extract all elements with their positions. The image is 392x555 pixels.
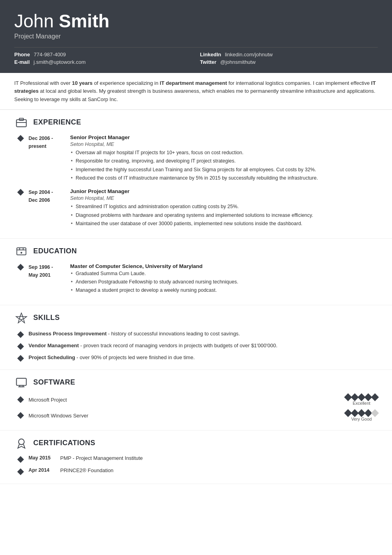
last-name: Smith xyxy=(59,11,110,31)
twitter-contact: Twitter @johnsmithutw xyxy=(200,59,378,65)
education-section: EDUCATION Sep 1996 -May 2001 Master of C… xyxy=(0,239,392,305)
software-section: SOFTWARE Microsoft Project Excellent xyxy=(0,370,392,431)
exp-bullet-item: Streamlined IT logistics and administrat… xyxy=(70,203,378,211)
experience-icon xyxy=(14,115,29,130)
software-bullet-1 xyxy=(18,396,23,404)
education-title: EDUCATION xyxy=(33,247,77,255)
software-icon xyxy=(14,375,29,390)
svg-point-8 xyxy=(19,439,24,444)
resume-container: John Smith Project Manager Phone 774-987… xyxy=(0,0,392,555)
skill-bullet-3 xyxy=(18,355,23,362)
cert-bullet-2 xyxy=(18,469,23,476)
rating-dots-2 xyxy=(345,410,378,416)
cert-date-2: Apr 2014 xyxy=(29,467,60,473)
edu-bullets-1: Graduated Summa Cum Laude. Andersen Post… xyxy=(70,270,378,295)
exp-date-2: Sep 2004 -Dec 2006 xyxy=(29,188,70,228)
education-icon xyxy=(14,244,29,258)
exp-bullet-item: Responsible for creating, improving, and… xyxy=(70,157,378,165)
phone-label: Phone xyxy=(14,52,30,57)
exp-bullet-item: Reduced the costs of IT infrastructure m… xyxy=(70,174,378,182)
contact-info: Phone 774-987-4009 LinkedIn linkedin.com… xyxy=(14,52,378,65)
edu-date-1: Sep 1996 -May 2001 xyxy=(29,263,70,295)
exp-bullet-item: Implemented the highly successful Lean T… xyxy=(70,166,378,174)
skills-header: SKILLS xyxy=(14,311,378,325)
exp-bullet-item: Diagnosed problems with hardware and ope… xyxy=(70,212,378,219)
exp-bullet-item: Maintained the user database of over 300… xyxy=(70,220,378,228)
phone-contact: Phone 774-987-4009 xyxy=(14,52,192,57)
exp-content-2: Junior Project Manager Seton Hospital, M… xyxy=(70,188,378,228)
email-contact: E-mail j.smith@uptowork.com xyxy=(14,59,192,65)
software-bullet-2 xyxy=(18,412,23,419)
skill-name-1: Business Process Improvement xyxy=(29,331,107,337)
dot-5 xyxy=(371,393,379,401)
software-name-2: Microsoft Windows Server xyxy=(29,413,345,419)
software-rating-1: Excellent xyxy=(345,394,378,406)
edu-bullet-item: Managed a student project to develop a w… xyxy=(70,287,378,294)
summary-section: IT Professional with over 10 years of ex… xyxy=(0,73,392,110)
skill-entry-1: Business Process Improvement - history o… xyxy=(14,330,378,339)
software-entry-2: Microsoft Windows Server Very Good xyxy=(14,410,378,421)
email-label: E-mail xyxy=(14,59,30,65)
exp-job-title-1: Senior Project Manager xyxy=(70,134,378,140)
skill-bullet-1 xyxy=(18,331,23,339)
exp-date-1: Dec 2006 -present xyxy=(29,134,70,183)
cert-entry-2: Apr 2014 PRINCE2® Foundation xyxy=(14,467,378,476)
exp-bullet-1 xyxy=(18,135,23,183)
cert-name-1: PMP - Project Management Institute xyxy=(60,455,143,461)
experience-title: EXPERIENCE xyxy=(33,118,81,126)
summary-text: IT Professional with over 10 years of ex… xyxy=(14,79,378,104)
exp-content-1: Senior Project Manager Seton Hospital, M… xyxy=(70,134,378,183)
header-divider xyxy=(14,47,378,48)
certifications-title: CERTIFICATIONS xyxy=(33,439,95,447)
edu-content-1: Master of Computer Science, University o… xyxy=(70,263,378,295)
certifications-header: CERTIFICATIONS xyxy=(14,436,378,450)
first-name: John xyxy=(14,11,54,31)
certifications-section: CERTIFICATIONS May 2015 PMP - Project Ma… xyxy=(0,431,392,484)
skills-icon xyxy=(14,311,29,325)
svg-point-4 xyxy=(20,316,23,320)
exp-bullets-1: Oversaw all major hospital IT projects f… xyxy=(70,149,378,182)
software-rating-2: Very Good xyxy=(345,410,378,421)
skills-section: SKILLS Business Process Improvement - hi… xyxy=(0,305,392,370)
linkedin-label: LinkedIn xyxy=(200,52,221,57)
rating-label-1: Excellent xyxy=(353,401,371,406)
exp-bullet-item: Oversaw all major hospital IT projects f… xyxy=(70,149,378,157)
software-entry-1: Microsoft Project Excellent xyxy=(14,394,378,406)
cert-date-1: May 2015 xyxy=(29,455,60,461)
certifications-icon xyxy=(14,436,29,450)
candidate-title: Project Manager xyxy=(14,33,378,40)
skill-bullet-2 xyxy=(18,343,23,350)
edu-bullet-item: Andersen Postgraduate Fellowship to stud… xyxy=(70,278,378,286)
skills-title: SKILLS xyxy=(33,314,60,322)
edu-bullet-item: Graduated Summa Cum Laude. xyxy=(70,270,378,278)
skill-text-1: Business Process Improvement - history o… xyxy=(29,330,240,338)
cert-entry-1: May 2015 PMP - Project Management Instit… xyxy=(14,455,378,463)
email-value: j.smith@uptowork.com xyxy=(34,59,86,65)
skill-entry-2: Vendor Management - proven track record … xyxy=(14,342,378,350)
phone-value: 774-987-4009 xyxy=(34,52,66,57)
cert-name-2: PRINCE2® Foundation xyxy=(60,467,114,473)
software-header: SOFTWARE xyxy=(14,375,378,390)
skill-text-3: Project Scheduling - over 90% of project… xyxy=(29,354,195,362)
svg-rect-5 xyxy=(17,378,27,385)
rating-label-2: Very Good xyxy=(351,417,372,421)
svg-rect-3 xyxy=(17,248,26,255)
exp-job-title-2: Junior Project Manager xyxy=(70,188,378,194)
candidate-name: John Smith xyxy=(14,11,378,31)
skill-entry-3: Project Scheduling - over 90% of project… xyxy=(14,354,378,362)
twitter-value: @johnsmithutw xyxy=(220,59,255,65)
exp-entry-1: Dec 2006 -present Senior Project Manager… xyxy=(14,134,378,183)
software-title: SOFTWARE xyxy=(33,378,75,387)
edu-degree-1: Master of Computer Science, University o… xyxy=(70,263,378,269)
dot-5-empty xyxy=(371,409,379,417)
linkedin-value: linkedin.com/johnutw xyxy=(225,52,273,57)
experience-section: EXPERIENCE Dec 2006 -present Senior Proj… xyxy=(0,110,392,239)
rating-dots-1 xyxy=(345,394,378,400)
edu-bullet-1 xyxy=(18,264,23,295)
skill-text-2: Vendor Management - proven track record … xyxy=(29,342,278,350)
exp-company-1: Seton Hospital, ME xyxy=(70,141,378,147)
cert-bullet-1 xyxy=(18,456,23,463)
exp-bullet-2 xyxy=(18,189,23,228)
linkedin-contact: LinkedIn linkedin.com/johnutw xyxy=(200,52,378,57)
twitter-label: Twitter xyxy=(200,59,217,65)
